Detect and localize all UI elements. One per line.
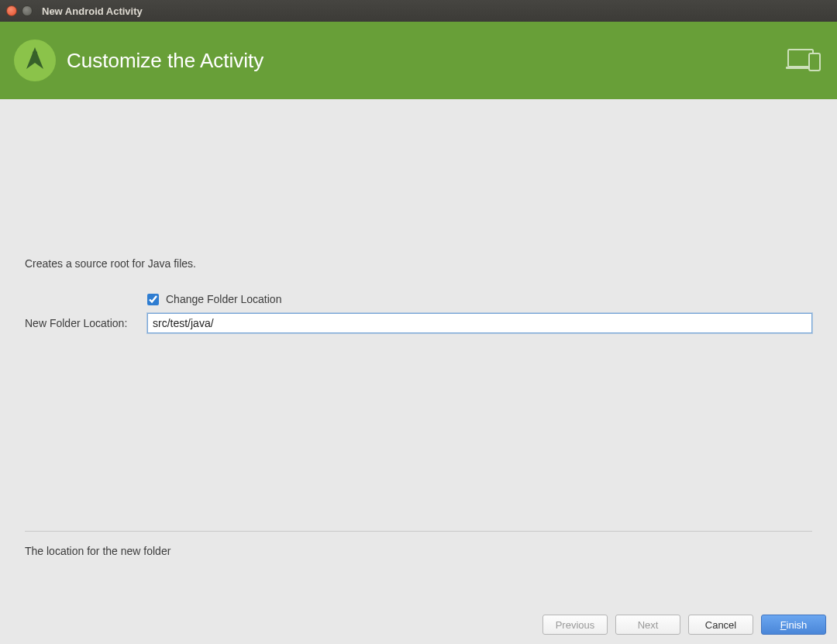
new-folder-input[interactable] [147,313,812,333]
wizard-footer: Previous Next Cancel Finish [0,605,837,644]
previous-button: Previous [542,615,608,635]
window-titlebar: New Android Activity [0,0,837,22]
cancel-button[interactable]: Cancel [688,615,753,635]
close-icon[interactable] [6,5,17,16]
form: Change Folder Location New Folder Locati… [25,293,812,333]
finish-button[interactable]: Finish [761,615,826,635]
minimize-icon[interactable] [22,5,33,16]
window-title: New Android Activity [42,5,143,17]
change-folder-row: Change Folder Location [25,293,812,305]
svg-point-0 [33,51,37,56]
new-folder-row: New Folder Location: [25,313,812,333]
hint-text: The location for the new folder [25,545,170,557]
window-controls [6,5,33,16]
next-button: Next [615,615,680,635]
wizard-content: Creates a source root for Java files. Ch… [0,99,837,605]
banner-title: Customize the Activity [67,49,264,73]
android-studio-logo-icon [14,40,56,81]
change-folder-checkbox[interactable] [147,294,159,305]
new-folder-label: New Folder Location: [25,317,147,329]
devices-icon [786,47,823,74]
change-folder-label: Change Folder Location [166,293,281,305]
description-text: Creates a source root for Java files. [25,257,812,270]
separator [25,531,812,532]
wizard-banner: Customize the Activity [0,22,837,99]
svg-rect-3 [809,53,820,71]
